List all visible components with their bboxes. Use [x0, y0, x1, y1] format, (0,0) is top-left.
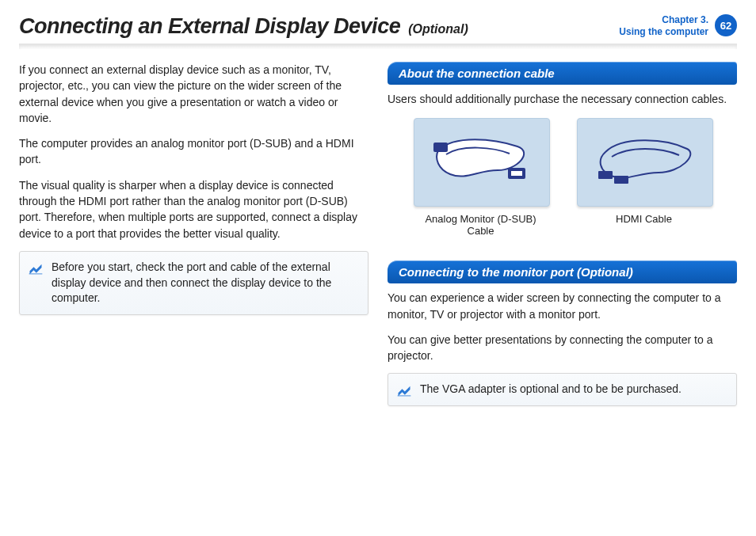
note-box-check-port: Before you start, check the port and cab… — [19, 251, 368, 315]
hdmi-cable-label: HDMI Cable — [577, 213, 712, 225]
svg-rect-2 — [598, 171, 613, 179]
intro-paragraph-1: If you connect an external display devic… — [19, 62, 368, 126]
right-column: About the connection cable Users should … — [388, 62, 737, 406]
section-about-cable: About the connection cable — [388, 62, 737, 85]
page-subtitle: (Optional) — [408, 22, 468, 36]
svg-rect-3 — [614, 176, 628, 184]
chapter-label: Chapter 3. — [619, 14, 708, 26]
dsub-cable-image — [414, 118, 550, 207]
about-cable-paragraph: Users should additionally purchase the n… — [388, 91, 737, 107]
page-number-badge: 62 — [715, 14, 737, 36]
note-text: The VGA adapter is optional and to be be… — [420, 382, 682, 395]
page-title: Connecting an External Display Device — [19, 14, 400, 39]
note-icon — [396, 382, 412, 403]
dsub-cable-label: Analog Monitor (D-SUB) Cable — [414, 213, 548, 237]
note-box-vga-adapter: The VGA adapter is optional and to be be… — [388, 373, 737, 406]
note-text: Before you start, check the port and cab… — [52, 260, 331, 304]
hdmi-cable-image — [577, 118, 713, 207]
left-column: If you connect an external display devic… — [19, 62, 368, 406]
divider — [19, 44, 737, 49]
monitor-port-paragraph-2: You can give better presentations by con… — [388, 332, 737, 364]
page-header: Connecting an External Display Device (O… — [19, 14, 737, 39]
intro-paragraph-3: The visual quality is sharper when a dis… — [19, 177, 368, 241]
section-monitor-port: Connecting to the monitor port (Optional… — [388, 260, 737, 283]
note-icon — [28, 260, 44, 281]
svg-rect-0 — [433, 143, 448, 152]
chapter-name: Using the computer — [619, 26, 708, 38]
monitor-port-paragraph-1: You can experience a wider screen by con… — [388, 290, 737, 322]
intro-paragraph-2: The computer provides an analog monitor … — [19, 135, 368, 168]
